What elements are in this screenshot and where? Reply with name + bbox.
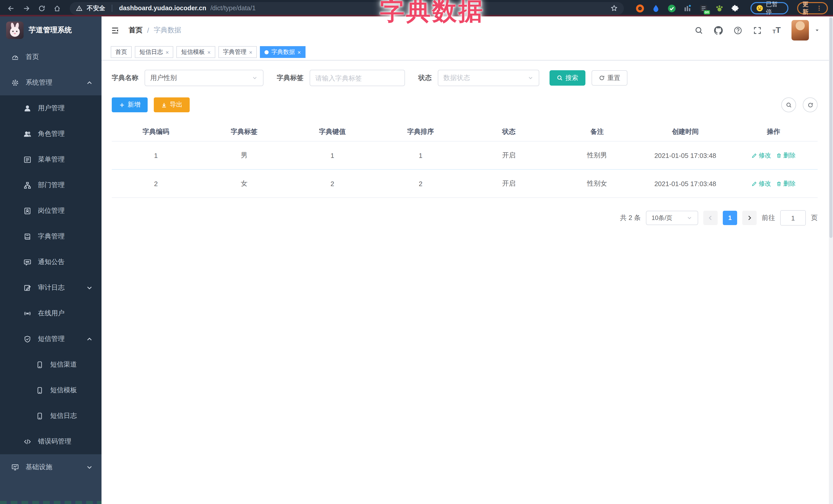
delete-link[interactable]: 删除 xyxy=(776,179,795,188)
tab-close-icon[interactable]: × xyxy=(298,49,301,55)
tab-close-icon[interactable]: × xyxy=(166,49,169,55)
sidebar-item-error-code-management[interactable]: 错误码管理 xyxy=(0,429,101,454)
sidebar-item-online-users[interactable]: 在线用户 xyxy=(0,301,101,326)
help-icon[interactable] xyxy=(734,26,742,34)
gear-icon xyxy=(11,79,19,87)
table-cell: 2021-01-05 17:03:48 xyxy=(641,180,730,187)
edit-link[interactable]: 修改 xyxy=(752,151,771,160)
sidebar-item-role-management[interactable]: 角色管理 xyxy=(0,121,101,147)
dict-name-select[interactable]: 用户性别 xyxy=(145,70,263,86)
hamburger-icon[interactable] xyxy=(111,26,119,34)
browser-reload-icon[interactable] xyxy=(36,2,48,14)
chrome-update-button[interactable]: 更新 xyxy=(797,2,828,14)
next-page-button[interactable] xyxy=(742,211,757,225)
edit-link[interactable]: 修改 xyxy=(752,179,771,188)
sidebar-menu: 首页系统管理用户管理角色管理菜单管理部门管理岗位管理字典管理通知公告审计日志在线… xyxy=(0,44,101,480)
ext-slate-bars-icon[interactable] xyxy=(683,4,692,13)
sidebar-item-dict-management[interactable]: 字典管理 xyxy=(0,223,101,249)
table-cell: 1 xyxy=(112,151,200,159)
breadcrumb-home[interactable]: 首页 xyxy=(129,26,143,35)
ext-blue-drop-icon[interactable] xyxy=(651,4,660,13)
export-button[interactable]: 导出 xyxy=(154,97,190,112)
prev-page-button[interactable] xyxy=(703,211,718,225)
ext-green-paw-icon[interactable] xyxy=(715,4,724,13)
bookmark-star-icon[interactable] xyxy=(611,5,618,12)
browser-back-icon[interactable] xyxy=(5,2,17,14)
sidebar-item-sms-management[interactable]: 短信管理 xyxy=(0,326,101,352)
tab-close-icon[interactable]: × xyxy=(207,49,211,55)
page-size-select[interactable]: 10条/页 xyxy=(646,211,698,225)
browser-menu-dots-icon[interactable] xyxy=(816,5,822,11)
table-header-row: 字典编码字典标签字典键值字典排序状态备注创建时间操作 xyxy=(112,123,818,142)
pagination-total: 共 2 条 xyxy=(620,213,641,222)
sidebar-item-label: 系统管理 xyxy=(26,78,52,87)
sidebar-logo[interactable]: 芋道管理系统 xyxy=(0,17,101,44)
font-size-icon[interactable]: TT xyxy=(772,26,781,34)
tab-sms-template[interactable]: 短信模板× xyxy=(176,46,215,58)
dict-label-input[interactable] xyxy=(310,70,405,86)
sidebar-bottom-strip xyxy=(0,501,101,504)
tab-sms-log[interactable]: 短信日志× xyxy=(135,46,173,58)
delete-link[interactable]: 删除 xyxy=(776,151,795,160)
security-label[interactable]: 不安全 xyxy=(87,4,105,13)
goto-page-input[interactable] xyxy=(780,210,806,225)
header-actions: TT xyxy=(695,20,820,41)
phone-icon xyxy=(36,386,44,394)
row-actions: 修改删除 xyxy=(730,151,818,160)
status-select[interactable]: 数据状态 xyxy=(438,70,539,86)
sidebar-item-dept-management[interactable]: 部门管理 xyxy=(0,172,101,198)
tab-dict-management[interactable]: 字典管理× xyxy=(218,46,257,58)
reset-button[interactable]: 重置 xyxy=(592,70,627,86)
column-header: 备注 xyxy=(553,127,641,136)
avatar-caret-down-icon[interactable] xyxy=(814,28,820,33)
row-actions: 修改删除 xyxy=(730,179,818,188)
sidebar-item-infrastructure[interactable]: 基础设施 xyxy=(0,454,101,480)
current-page-button[interactable]: 1 xyxy=(723,211,737,225)
home-icon xyxy=(53,4,61,12)
column-header: 创建时间 xyxy=(641,127,730,136)
pagination: 共 2 条 10条/页 1 前往 页 xyxy=(112,210,818,225)
ext-orange-ring-icon[interactable] xyxy=(636,4,644,13)
tab-close-icon[interactable]: × xyxy=(249,49,253,55)
sidebar-item-notice-announcement[interactable]: 通知公告 xyxy=(0,249,101,275)
page-scrollbar[interactable] xyxy=(829,17,833,504)
paused-extension-chip[interactable]: 已暂停 xyxy=(751,2,788,14)
refresh-table-button[interactable] xyxy=(803,97,818,112)
org-tree-icon xyxy=(24,181,31,189)
browser-forward-icon[interactable] xyxy=(21,2,32,14)
sidebar-item-user-management[interactable]: 用户管理 xyxy=(0,95,101,121)
ext-puzzle-icon[interactable] xyxy=(731,4,740,13)
github-icon[interactable] xyxy=(714,26,723,34)
url-path: /dict/type/data/1 xyxy=(210,5,256,12)
search-button[interactable]: 搜索 xyxy=(549,70,586,86)
sidebar-item-system-management[interactable]: 系统管理 xyxy=(0,70,101,95)
address-bar[interactable]: 不安全 dashboard.yudao.iocoder.cn /dict/typ… xyxy=(70,2,624,15)
table-cell: 性别女 xyxy=(553,179,641,188)
phone-icon xyxy=(36,361,44,368)
search-icon[interactable] xyxy=(695,26,703,34)
sidebar-item-menu-management[interactable]: 菜单管理 xyxy=(0,147,101,172)
add-button[interactable]: 新增 xyxy=(112,97,148,112)
infra-monitor-icon xyxy=(11,463,19,471)
browser-home-icon[interactable] xyxy=(51,2,63,14)
warning-triangle-icon xyxy=(76,5,83,11)
ext-dark-on-icon[interactable]: on xyxy=(699,4,708,13)
column-header: 状态 xyxy=(465,127,553,136)
scrollbar-thumb[interactable] xyxy=(829,18,832,238)
sidebar-item-sms-template[interactable]: 短信模板 xyxy=(0,377,101,403)
user-avatar[interactable] xyxy=(791,20,809,41)
tab-dict-data[interactable]: 字典数据× xyxy=(260,46,306,58)
fullscreen-icon[interactable] xyxy=(753,26,762,34)
sidebar-item-audit-log[interactable]: 审计日志 xyxy=(0,275,101,301)
ext-green-check-icon[interactable] xyxy=(667,4,676,13)
sidebar-item-home[interactable]: 首页 xyxy=(0,44,101,70)
toggle-search-button[interactable] xyxy=(781,97,796,112)
sidebar-item-sms-channel[interactable]: 短信渠道 xyxy=(0,352,101,377)
table-row: 2女22开启性别女2021-01-05 17:03:48修改删除 xyxy=(112,170,818,198)
sidebar-item-post-management[interactable]: 岗位管理 xyxy=(0,198,101,223)
table-mini-tools xyxy=(781,97,818,112)
tab-home[interactable]: 首页 xyxy=(111,46,132,58)
breadcrumb: 首页 / 字典数据 xyxy=(129,26,182,35)
sidebar-item-label: 短信管理 xyxy=(38,334,65,343)
sidebar-item-sms-log[interactable]: 短信日志 xyxy=(0,403,101,429)
